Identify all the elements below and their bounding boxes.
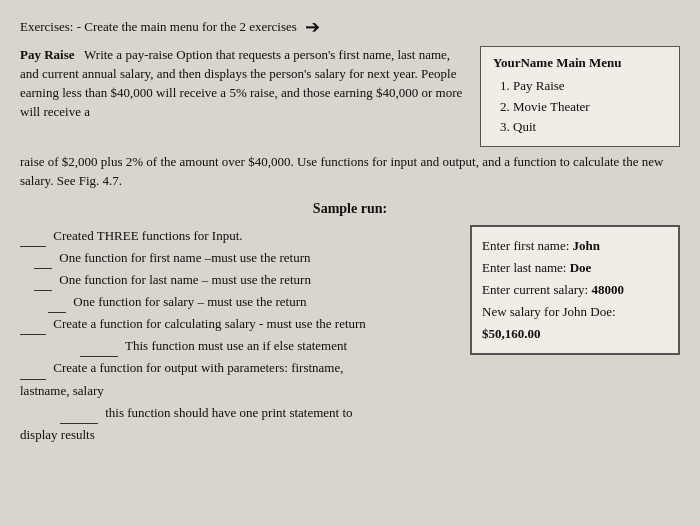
- exercises-header: Exercises: - Create the main menu for th…: [20, 18, 680, 36]
- sample-output-box: Enter first name: John Enter last name: …: [470, 225, 680, 355]
- exercises-header-text: Exercises: - Create the main menu for th…: [20, 19, 297, 35]
- pay-raise-label: Pay Raise: [20, 47, 75, 62]
- blank-5: [20, 334, 46, 335]
- output-line-3: Enter current salary: 48000: [482, 279, 668, 301]
- arrow-icon: ➔: [305, 18, 320, 36]
- checklist-line8: lastname, salary: [20, 380, 680, 402]
- menu-item-3: Quit: [513, 117, 667, 138]
- menu-box: YourName Main Menu Pay Raise Movie Theat…: [480, 46, 680, 147]
- menu-title: YourName Main Menu: [493, 53, 667, 74]
- menu-list: Pay Raise Movie Theater Quit: [509, 76, 667, 138]
- checklist-line9: this function should have one print stat…: [60, 402, 680, 424]
- output-line-4: New salary for John Doe:: [482, 301, 668, 323]
- checklist-line10: display results: [20, 424, 680, 446]
- pay-raise-text: Write a pay-raise Option that requests a…: [20, 47, 462, 119]
- pay-raise-col: Pay Raise Write a pay-raise Option that …: [20, 46, 480, 125]
- menu-item-1: Pay Raise: [513, 76, 667, 97]
- checklist-line7: Create a function for output with parame…: [20, 357, 680, 379]
- pay-raise-block: Pay Raise Write a pay-raise Option that …: [20, 46, 470, 121]
- menu-col: YourName Main Menu Pay Raise Movie Theat…: [480, 46, 680, 147]
- output-line-2: Enter last name: Doe: [482, 257, 668, 279]
- output-line-1: Enter first name: John: [482, 235, 668, 257]
- menu-item-2: Movie Theater: [513, 97, 667, 118]
- continuation-text: raise of $2,000 plus 2% of the amount ov…: [20, 153, 680, 191]
- sample-run-heading: Sample run:: [20, 201, 680, 217]
- checklist-section: Created THREE functions for Input. One f…: [20, 225, 680, 446]
- top-row: Pay Raise Write a pay-raise Option that …: [20, 46, 680, 147]
- output-line-5: $50,160.00: [482, 323, 668, 345]
